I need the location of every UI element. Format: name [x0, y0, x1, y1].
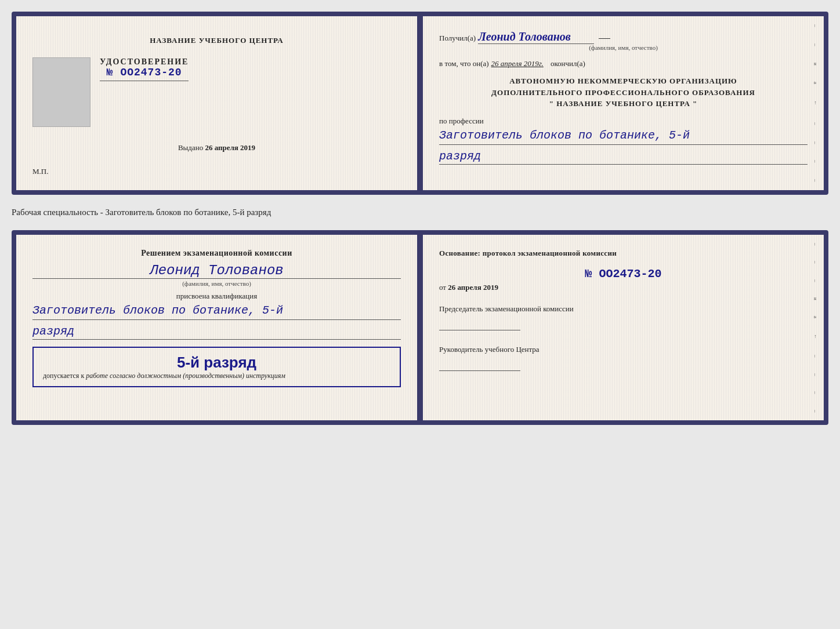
doc-divider [417, 16, 423, 190]
mp-label: М.П. [32, 167, 48, 176]
upper-doc-right: Получил(а) Леонид Толованов (фамилия, им… [423, 16, 824, 190]
recipient-row: Получил(а) Леонид Толованов (фамилия, им… [439, 30, 808, 51]
lower-doc-right: Основание: протокол экзаменационной коми… [423, 235, 824, 420]
profession-value: Заготовитель блоков по ботанике, 5-й [439, 128, 808, 145]
cert-section: УДОСТОВЕРЕНИЕ № OO2473-20 [100, 57, 189, 83]
lower-side-mark-10: – [813, 410, 819, 413]
specialty-label: Рабочая специальность - Заготовитель бло… [12, 205, 828, 220]
issued-line: Выдано 26 апреля 2019 [178, 143, 255, 152]
director-label: Руководитель учебного Центра [439, 344, 808, 355]
lower-side-mark-3: – [813, 279, 819, 282]
cert-label: УДОСТОВЕРЕНИЕ [100, 57, 189, 67]
name-hint: (фамилия, имя, отчество) [439, 44, 808, 51]
issued-date: 26 апреля 2019 [205, 143, 255, 152]
lower-document: Решением экзаменационной комиссии Леонид… [12, 230, 828, 425]
lower-side-mark-6: ← [813, 334, 819, 339]
page-wrapper: НАЗВАНИЕ УЧЕБНОГО ЦЕНТРА УДОСТОВЕРЕНИЕ №… [12, 12, 828, 425]
decision-text: Решением экзаменационной комиссии [32, 249, 401, 258]
profession-label: по профессии [439, 117, 808, 126]
lower-side-mark-5: а [813, 316, 819, 318]
side-mark-7: – [813, 141, 819, 144]
qualification-value: Заготовитель блоков по ботанике, 5-й [32, 303, 401, 320]
upper-training-center-title: НАЗВАНИЕ УЧЕБНОГО ЦЕНТРА [150, 36, 284, 45]
org-line3: " НАЗВАНИЕ УЧЕБНОГО ЦЕНТРА " [439, 98, 808, 110]
upper-rank-value: разряд [439, 150, 808, 165]
side-mark-3: и [813, 63, 819, 66]
lower-protocol-number: № OO2473-20 [439, 267, 808, 281]
lower-from-date: 26 апреля 2019 [448, 283, 498, 292]
allowed-italic: работе согласно должностным (производств… [86, 372, 285, 380]
director-sig-line [439, 359, 520, 371]
lower-name-hint: (фамилия, имя, отчество) [32, 280, 401, 287]
lower-side-mark-8: – [813, 373, 819, 376]
assigned-text: присвоена квалификация [32, 292, 401, 301]
chairman-block: Председатель экзаменационной комиссии [439, 304, 808, 330]
basis-text: Основание: протокол экзаменационной коми… [439, 249, 808, 258]
completed-label: окончил(а) [551, 59, 585, 68]
issued-label: Выдано [178, 143, 203, 152]
upper-doc-left: НАЗВАНИЕ УЧЕБНОГО ЦЕНТРА УДОСТОВЕРЕНИЕ №… [16, 16, 417, 190]
side-marks: – – и а ← – – – – [810, 16, 821, 190]
certified-date: 26 апреля 2019г. [491, 59, 544, 68]
side-mark-6: – [813, 122, 819, 125]
lower-side-mark-2: – [813, 261, 819, 264]
lower-side-mark-1: – [813, 243, 819, 246]
director-block: Руководитель учебного Центра [439, 344, 808, 371]
lower-doc-divider [417, 235, 423, 420]
from-label: от [439, 283, 446, 292]
chairman-label: Председатель экзаменационной комиссии [439, 304, 808, 314]
lower-side-mark-4: и [813, 297, 819, 300]
certified-text: в том, что он(а) [439, 59, 489, 68]
lower-rank-value: разряд [32, 325, 401, 340]
received-label: Получил(а) [439, 34, 476, 42]
lower-doc-left: Решением экзаменационной комиссии Леонид… [16, 235, 417, 420]
certified-row: в том, что он(а) 26 апреля 2019г. окончи… [439, 58, 808, 68]
rank-badge-box: 5-й разряд допускается к работе согласно… [32, 347, 401, 387]
side-mark-2: – [813, 43, 819, 46]
upper-document: НАЗВАНИЕ УЧЕБНОГО ЦЕНТРА УДОСТОВЕРЕНИЕ №… [12, 12, 828, 195]
allowed-line: допускается к работе согласно должностны… [43, 372, 390, 380]
cert-number: № OO2473-20 [100, 67, 189, 78]
lower-person-name: Леонид Толованов [32, 263, 401, 279]
chairman-sig-line [439, 319, 520, 330]
from-date-line: от 26 апреля 2019 [439, 283, 808, 292]
allowed-text: допускается к [43, 372, 84, 380]
side-mark-8: – [813, 160, 819, 163]
rank-badge-text: 5-й разряд [43, 354, 390, 372]
org-block: АВТОНОМНУЮ НЕКОММЕРЧЕСКУЮ ОРГАНИЗАЦИЮ ДО… [439, 75, 808, 110]
recipient-name: Леонид Толованов [478, 30, 594, 44]
org-line1: АВТОНОМНУЮ НЕКОММЕРЧЕСКУЮ ОРГАНИЗАЦИЮ [439, 75, 808, 87]
side-mark-5: ← [813, 100, 819, 106]
lower-side-marks: – – – и а ← – – – – [810, 235, 821, 420]
photo-placeholder [32, 57, 90, 127]
side-mark-9: – [813, 179, 819, 182]
lower-side-mark-9: – [813, 391, 819, 394]
upper-left-middle: УДОСТОВЕРЕНИЕ № OO2473-20 [32, 57, 401, 127]
org-line2: ДОПОЛНИТЕЛЬНОГО ПРОФЕССИОНАЛЬНОГО ОБРАЗО… [439, 87, 808, 99]
side-mark-4: а [813, 82, 819, 84]
lower-side-mark-7: – [813, 355, 819, 358]
side-mark-1: – [813, 24, 819, 27]
dash-decoration [599, 38, 610, 39]
